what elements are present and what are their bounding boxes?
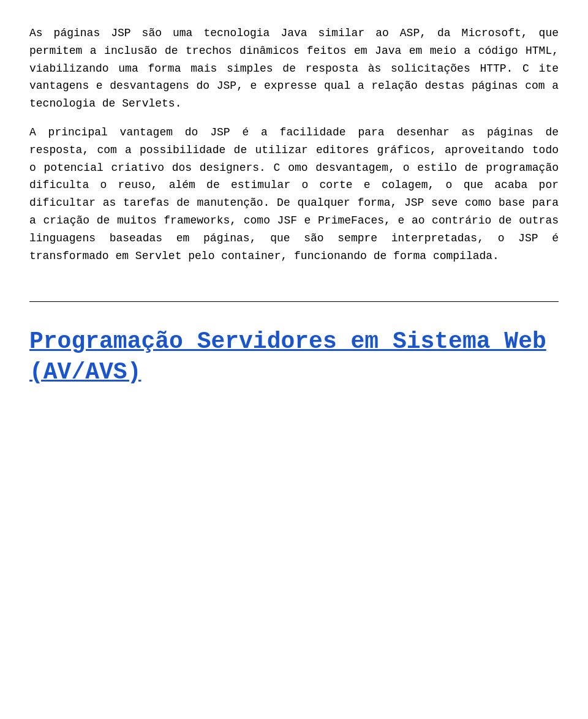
paragraph-1: As páginas JSP são uma tecnologia Java s… [29,24,559,113]
paragraph-2: A principal vantagem do JSP é a facilida… [29,124,559,265]
section-heading: Programação Servidores em Sistema Web (A… [29,326,559,387]
section-divider [29,301,559,302]
main-content: As páginas JSP são uma tecnologia Java s… [29,24,559,387]
